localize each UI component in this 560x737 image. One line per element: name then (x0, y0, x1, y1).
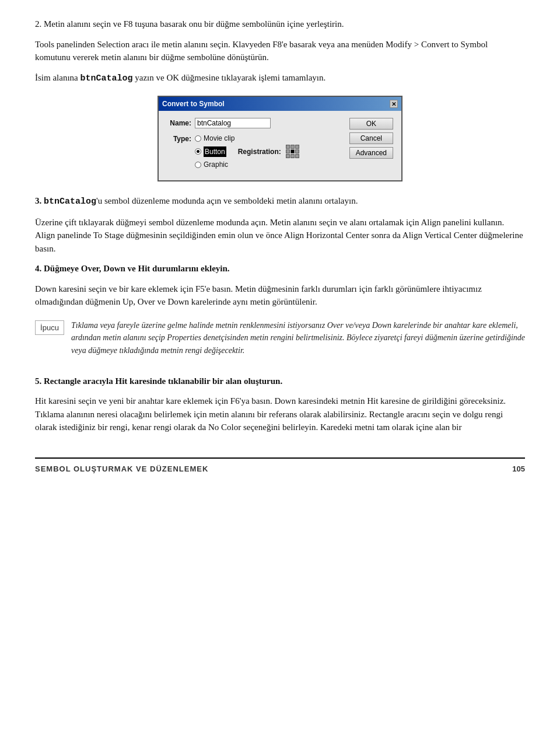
step5-number: 5. (35, 376, 41, 386)
step3-heading: 3. btnCatalog'u sembol düzenleme modunda… (35, 194, 525, 209)
radio-button-button[interactable] (195, 148, 201, 155)
dialog-body: Name: Type: Movie clip (159, 111, 401, 180)
registration-grid[interactable] (286, 145, 299, 158)
page-content: 2. Metin alanını seçin ve F8 tuşuna basa… (35, 18, 525, 474)
reg-cell-ml[interactable] (286, 149, 290, 153)
dialog-buttons: OK Cancel Advanced (349, 118, 393, 173)
radio-movie-clip-button[interactable] (195, 135, 201, 142)
advanced-button[interactable]: Advanced (349, 147, 393, 159)
dialog-titlebar: Convert to Symbol ✕ (159, 97, 401, 111)
cancel-button[interactable]: Cancel (349, 132, 393, 144)
step4-p1: Down karesini seçin ve bir kare eklemek … (35, 282, 525, 309)
intro-p3-code: btnCatalog (80, 74, 132, 83)
registration-section: Registration: (238, 145, 299, 158)
step3-number: 3. (35, 196, 41, 205)
registration-label: Registration: (238, 146, 281, 157)
step4-heading-text: Düğmeye Over, Down ve Hit durumlarını ek… (44, 264, 230, 273)
type-row: Type: Movie clip Button (167, 133, 342, 170)
tip-box: İpucu Tıklama veya fareyle üzerine gelme… (35, 319, 525, 364)
name-row: Name: (167, 118, 342, 128)
reg-cell-tc[interactable] (290, 145, 295, 149)
step4-heading: 4. Düğmeye Over, Down ve Hit durumlarını… (35, 262, 525, 275)
page-footer: SEMBOL OLUŞTURMAK VE DÜZENLEMEK 105 (35, 457, 525, 475)
radio-graphic-button[interactable] (195, 162, 201, 168)
name-label: Name: (167, 118, 191, 128)
footer-page: 105 (512, 463, 525, 475)
reg-cell-mr[interactable] (295, 149, 299, 153)
reg-cell-br[interactable] (295, 154, 299, 158)
reg-cell-mc[interactable] (290, 149, 295, 153)
dialog-wrapper: Convert to Symbol ✕ Name: Type: (35, 96, 525, 181)
intro-p3-end: yazın ve OK düğmesine tıklayarak işlemi … (133, 73, 326, 82)
radio-graphic-label: Graphic (204, 159, 228, 170)
ok-button[interactable]: OK (349, 118, 393, 130)
step5-heading: 5. Rectangle aracıyla Hit karesinde tıkl… (35, 375, 525, 388)
name-input[interactable] (195, 118, 271, 128)
intro-p2: Tools panelinden Selection aracı ile met… (35, 38, 525, 64)
intro-p3-text: İsim alanına (35, 73, 80, 82)
reg-cell-bl[interactable] (286, 154, 290, 158)
intro-p3: İsim alanına btnCatalog yazın ve OK düğm… (35, 71, 525, 86)
radio-movie-clip[interactable]: Movie clip (195, 133, 299, 144)
step3-code: btnCatalog (44, 197, 96, 207)
radio-button-option[interactable]: Button (195, 146, 226, 157)
reg-cell-tl[interactable] (286, 145, 290, 149)
intro-p1: 2. Metin alanını seçin ve F8 tuşuna basa… (35, 18, 525, 31)
radio-movie-clip-label: Movie clip (204, 133, 235, 144)
tip-text: Tıklama veya fareyle üzerine gelme halin… (71, 319, 525, 357)
step3-p1: Üzerine çift tıklayarak düğmeyi sembol d… (35, 216, 525, 256)
dialog-fields: Name: Type: Movie clip (167, 118, 342, 173)
step5-heading-text: Rectangle aracıyla Hit karesinde tıklana… (44, 376, 282, 386)
step3-text: 'u sembol düzenleme modunda açın ve semb… (96, 196, 358, 205)
radio-graphic[interactable]: Graphic (195, 159, 299, 170)
type-options: Movie clip Button Registration: (195, 133, 299, 170)
dialog-close-button[interactable]: ✕ (390, 100, 398, 108)
dialog-title: Convert to Symbol (162, 99, 225, 109)
reg-cell-bc[interactable] (290, 154, 295, 158)
radio-button-label: Button (204, 146, 226, 157)
tip-label: İpucu (35, 320, 64, 336)
step4-number: 4. (35, 264, 41, 273)
reg-cell-tr[interactable] (295, 145, 299, 149)
convert-to-symbol-dialog: Convert to Symbol ✕ Name: Type: (158, 96, 402, 181)
step5-p1: Hit karesini seçin ve yeni bir anahtar k… (35, 394, 525, 434)
type-label: Type: (167, 133, 191, 144)
footer-title: SEMBOL OLUŞTURMAK VE DÜZENLEMEK (35, 463, 208, 475)
